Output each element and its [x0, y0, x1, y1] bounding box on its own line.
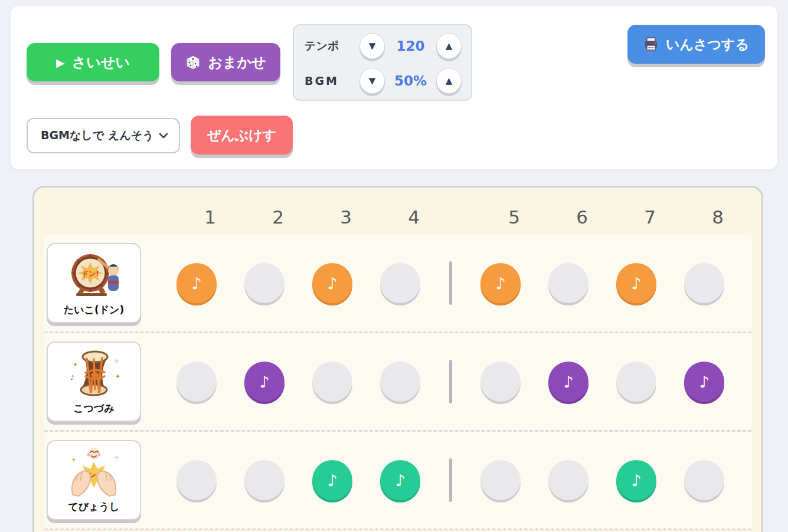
- beat-cell-2[interactable]: ♪: [244, 362, 285, 402]
- beat-cell-8[interactable]: ♪: [684, 362, 724, 402]
- beat-cell-5[interactable]: [480, 460, 521, 500]
- sequencer-rows: ドン! たいこ(ドン) ♪♪♪♪: [44, 235, 751, 530]
- print-button-label: いんさつする: [666, 35, 749, 54]
- beat-cell-4[interactable]: [380, 362, 420, 402]
- beat-cell-7[interactable]: [616, 362, 656, 402]
- clapping-hands-image: パンッ! ✦ ✧: [63, 443, 125, 499]
- measure-divider: [448, 458, 453, 502]
- random-button-label: おまかせ: [208, 53, 266, 72]
- beat-cell-1[interactable]: ♪: [176, 263, 217, 303]
- svg-text:✧: ✧: [114, 454, 119, 461]
- beat-cell-8[interactable]: [684, 460, 724, 500]
- beat-cell-5[interactable]: [480, 362, 521, 402]
- tempo-value: 120: [385, 38, 436, 54]
- beat-number: 1: [190, 206, 230, 228]
- beat-cell-1[interactable]: [176, 460, 217, 500]
- triangle-up-icon: ▲: [446, 41, 453, 51]
- tempo-down-button[interactable]: ▼: [359, 33, 385, 59]
- kotsuzumi-drum-image: ✦ ♪ ✧ ✦: [63, 344, 125, 400]
- tempo-row: テンポ ▼ 120 ▲: [305, 32, 462, 60]
- instrument-card-taiko[interactable]: ドン! たいこ(ドン): [47, 243, 141, 323]
- beat-number: 7: [630, 206, 670, 228]
- triangle-down-icon: ▼: [369, 75, 376, 86]
- svg-text:ドン!: ドン!: [81, 270, 99, 278]
- triangle-down-icon: ▼: [369, 41, 376, 51]
- sequencer-panel: 12345678: [32, 186, 763, 532]
- beat-cell-7[interactable]: ♪: [616, 460, 656, 500]
- beat-cell-3[interactable]: ♪: [312, 263, 352, 303]
- beat-cell-3[interactable]: [312, 362, 352, 402]
- beat-number: 4: [394, 206, 434, 228]
- measure-divider: [448, 360, 453, 403]
- toolbar-card: ▶ さいせい おまかせ テンポ ▼ 120 ▲ BGM ▼: [11, 6, 777, 169]
- triangle-up-icon: ▲: [446, 75, 453, 86]
- instrument-card-tebyoushi[interactable]: パンッ! ✦ ✧ てびょうし: [47, 440, 141, 520]
- bgm-volume-row: BGM ▼ 50% ▲: [305, 67, 462, 95]
- beats-track: ♪♪♪♪: [176, 261, 724, 305]
- clear-all-button-label: ぜんぶけす: [207, 126, 277, 145]
- beat-cell-4[interactable]: ♪: [380, 460, 420, 500]
- beat-number: 5: [494, 206, 534, 228]
- svg-text:✧: ✧: [114, 357, 119, 365]
- beat-cell-6[interactable]: ♪: [548, 362, 588, 402]
- svg-text:✦: ✦: [71, 457, 76, 463]
- beat-cell-4[interactable]: [380, 263, 420, 303]
- beat-cell-8[interactable]: [684, 263, 724, 303]
- printer-icon: [643, 37, 659, 52]
- instrument-row-kotsuzumi: ✦ ♪ ✧ ✦ こつづみ ♪♪♪: [44, 333, 751, 432]
- tempo-bgm-panel: テンポ ▼ 120 ▲ BGM ▼ 50% ▲: [293, 24, 472, 101]
- beat-cell-1[interactable]: [176, 362, 217, 402]
- instrument-row-tebyoushi: パンッ! ✦ ✧ てびょうし ♪♪♪: [44, 432, 751, 530]
- instrument-row-taiko: ドン! たいこ(ドン) ♪♪♪♪: [44, 235, 751, 333]
- instrument-label: てびょうし: [68, 500, 120, 514]
- beat-cell-2[interactable]: [244, 263, 285, 303]
- play-button-label: さいせい: [72, 53, 130, 72]
- beat-cell-6[interactable]: [548, 460, 588, 500]
- instrument-label: たいこ(ドン): [64, 303, 125, 317]
- svg-text:✦: ✦: [73, 361, 78, 369]
- beat-cell-5[interactable]: ♪: [480, 263, 521, 303]
- print-button[interactable]: いんさつする: [627, 25, 765, 64]
- bgm-down-button[interactable]: ▼: [359, 68, 385, 94]
- bgm-value: 50%: [385, 73, 436, 88]
- svg-text:♪: ♪: [70, 374, 74, 382]
- bgm-up-button[interactable]: ▲: [436, 68, 462, 94]
- beats-track: ♪♪♪: [176, 458, 724, 502]
- beat-cell-2[interactable]: [244, 460, 285, 500]
- instrument-label: こつづみ: [73, 402, 115, 415]
- clear-all-button[interactable]: ぜんぶけす: [191, 116, 293, 155]
- bgm-mode-selected-value: BGMなしで えんそう: [41, 128, 159, 143]
- beat-cell-6[interactable]: [548, 263, 588, 303]
- measure-divider: [448, 261, 453, 305]
- beats-track: ♪♪♪: [176, 360, 724, 403]
- taiko-drum-image: ドン!: [63, 246, 125, 302]
- bgm-label: BGM: [305, 74, 355, 87]
- instrument-card-kotsuzumi[interactable]: ✦ ♪ ✧ ✦ こつづみ: [47, 341, 141, 422]
- beat-cell-7[interactable]: ♪: [616, 263, 656, 303]
- play-button[interactable]: ▶ さいせい: [27, 43, 159, 81]
- chevron-down-icon: [159, 133, 168, 139]
- beat-number: 2: [258, 206, 298, 228]
- tempo-label: テンポ: [305, 38, 355, 54]
- bgm-mode-select[interactable]: BGMなしで えんそう: [27, 118, 180, 153]
- random-button[interactable]: おまかせ: [171, 43, 280, 81]
- dice-icon: [185, 55, 201, 70]
- tempo-up-button[interactable]: ▲: [436, 33, 462, 59]
- beat-number: 3: [326, 206, 366, 228]
- beat-number: 8: [698, 206, 738, 228]
- beat-cell-3[interactable]: ♪: [312, 460, 352, 500]
- beat-number: 6: [562, 206, 602, 228]
- play-icon: ▶: [56, 57, 65, 68]
- svg-text:✦: ✦: [115, 373, 120, 380]
- beat-header: 12345678: [34, 199, 761, 235]
